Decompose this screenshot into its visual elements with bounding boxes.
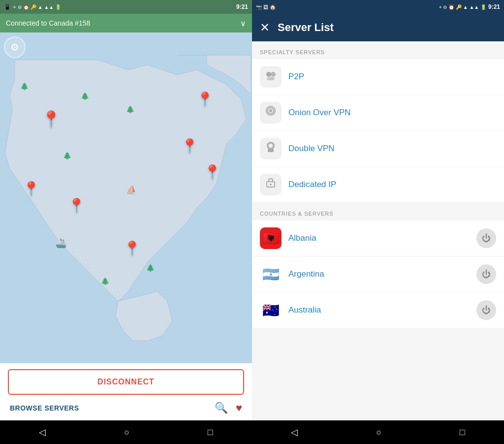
left-nav-bar: ◁ ○ □ (0, 420, 252, 444)
p2p-icon (265, 70, 277, 83)
right-status-bar: 📷 🖼 🏠 + ⊖ ⏰ 🔑 ▲ ▲▲ 🔋 9:21 (252, 0, 504, 14)
location-pin-5: 📍 (70, 198, 82, 213)
tree-decoration: 🌲 (146, 264, 155, 272)
right-panel: 📷 🖼 🏠 + ⊖ ⏰ 🔑 ▲ ▲▲ 🔋 9:21 ✕ Server List … (252, 0, 504, 444)
p2p-icon-wrap (260, 66, 282, 88)
onion-icon-wrap (260, 102, 282, 124)
browse-servers-label[interactable]: BROWSE SERVERS (10, 404, 79, 412)
location-pin-3: 📍 (207, 165, 219, 180)
left-status-icons: 📱 + ⊖ ⏰ 🔑 ▲ ▲▲ 🔋 (4, 4, 61, 10)
svg-point-5 (270, 184, 272, 186)
disconnect-button[interactable]: DISCONNECT (8, 369, 244, 395)
double-vpn-name: Double VPN (288, 144, 335, 154)
svg-point-3 (267, 77, 275, 80)
location-pin-6: 📍 (126, 241, 138, 255)
bottom-bar: DISCONNECT BROWSE SERVERS 🔍 ♥ (0, 363, 252, 420)
connection-chevron: ∨ (240, 19, 246, 28)
left-status-bar: 📱 + ⊖ ⏰ 🔑 ▲ ▲▲ 🔋 9:21 (0, 0, 252, 14)
location-pin-canada: 📍 (45, 112, 57, 127)
argentina-flag: 🇦🇷 (260, 263, 282, 285)
double-vpn-icon-wrap (260, 138, 282, 159)
dedicated-ip-icon (265, 178, 276, 191)
home-button[interactable]: ○ (124, 427, 129, 438)
location-pin-1: 📍 (199, 92, 211, 107)
right-status-symbols: + ⊖ ⏰ 🔑 ▲ ▲▲ 🔋 (439, 4, 486, 10)
recents-button[interactable]: □ (208, 427, 213, 438)
bluetooth-icon: + (13, 4, 16, 10)
onion-name: Onion Over VPN (288, 108, 351, 118)
server-list-header: ✕ Server List (252, 14, 504, 41)
specialty-item-double-vpn[interactable]: Double VPN (252, 131, 504, 167)
right-status-icons-symbols: 📷 🖼 🏠 (256, 4, 276, 10)
countries-servers-label: COUNTRIES & SERVERS (252, 203, 504, 221)
p2p-name: P2P (288, 72, 304, 82)
left-status-time: 9:21 (236, 3, 248, 10)
power-icon: ⏻ (482, 305, 491, 316)
svg-point-1 (266, 72, 271, 77)
right-nav-bar: ◁ ○ □ (252, 420, 504, 444)
phone-icon: 📱 (4, 4, 11, 10)
country-item-argentina[interactable]: 🇦🇷 Argentina ⏻ (252, 256, 504, 292)
specialty-servers-label: SPECIALTY SERVERS (252, 41, 504, 59)
albania-power-button[interactable]: ⏻ (476, 228, 496, 248)
server-list-content: SPECIALTY SERVERS P2P (252, 41, 504, 420)
boat-decoration: ⛵ (126, 185, 137, 195)
back-button[interactable]: ◁ (39, 427, 46, 438)
location-pin-4: 📍 (25, 181, 37, 196)
tree-decoration: 🌲 (81, 92, 89, 100)
browse-row: BROWSE SERVERS 🔍 ♥ (8, 402, 244, 414)
right-status-icons: 📷 🖼 🏠 (256, 4, 276, 10)
albania-flag: 🇦🇱 (260, 227, 282, 249)
location-pin-2: 📍 (184, 138, 196, 153)
settings-icon: ⚙ (10, 41, 19, 53)
albania-name: Albania (288, 233, 316, 243)
tree-decoration: 🌲 (101, 277, 109, 285)
search-icon[interactable]: 🔍 (215, 402, 228, 414)
argentina-power-button[interactable]: ⏻ (476, 264, 496, 284)
right-back-button[interactable]: ◁ (291, 427, 298, 438)
dedicated-ip-name: Dedicated IP (288, 180, 336, 190)
connection-text: Connected to Canada #158 (6, 19, 90, 27)
svg-point-2 (271, 72, 276, 77)
specialty-item-dedicated-ip[interactable]: Dedicated IP (252, 167, 504, 203)
connection-bar[interactable]: Connected to Canada #158 ∨ (0, 14, 252, 32)
right-recents-button[interactable]: □ (460, 427, 465, 438)
tree-decoration: 🌲 (63, 152, 71, 159)
specialty-item-p2p[interactable]: P2P (252, 59, 504, 95)
heart-icon[interactable]: ♥ (236, 402, 242, 414)
power-icon: ⏻ (482, 269, 491, 280)
double-vpn-icon (265, 141, 277, 156)
australia-name: Australia (288, 305, 321, 315)
specialty-item-onion[interactable]: Onion Over VPN (252, 95, 504, 131)
dedicated-ip-icon-wrap (260, 174, 282, 195)
power-icon: ⏻ (482, 233, 491, 244)
boat-decoration: 🚢 (56, 238, 66, 249)
browse-icons: 🔍 ♥ (215, 402, 242, 414)
signal-icons: ⊖ ⏰ 🔑 ▲ ▲▲ 🔋 (18, 4, 61, 10)
australia-flag: 🇦🇺 (260, 299, 282, 321)
tree-decoration: 🌲 (126, 105, 134, 113)
right-home-button[interactable]: ○ (376, 427, 381, 438)
right-status-time: 9:21 (488, 3, 500, 10)
left-panel: 📱 + ⊖ ⏰ 🔑 ▲ ▲▲ 🔋 9:21 Connected to Canad… (0, 0, 252, 444)
country-item-australia[interactable]: 🇦🇺 Australia ⏻ (252, 292, 504, 328)
australia-power-button[interactable]: ⏻ (476, 300, 496, 320)
onion-icon (265, 105, 277, 120)
country-item-albania[interactable]: 🇦🇱 Albania ⏻ (252, 221, 504, 256)
argentina-name: Argentina (288, 269, 324, 279)
close-button[interactable]: ✕ (260, 21, 270, 34)
map-area: ⚙ 🌲 🌲 🌲 🌲 🌲 🌲 ⛵ 🚢 📍 📍 📍 📍 📍 📍 (0, 32, 252, 363)
server-list-title: Server List (278, 21, 334, 34)
settings-button[interactable]: ⚙ (4, 36, 26, 58)
tree-decoration: 🌲 (20, 82, 29, 90)
